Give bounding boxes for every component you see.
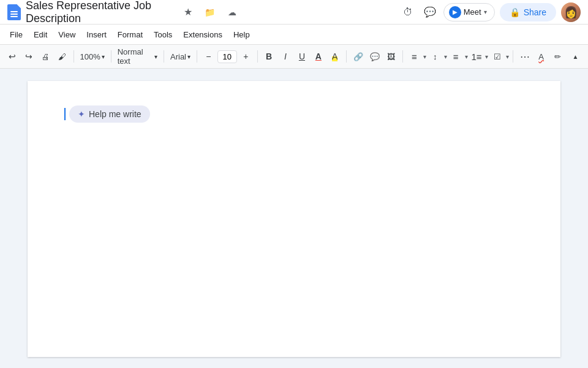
menu-format[interactable]: Format bbox=[113, 28, 148, 42]
menu-edit[interactable]: Edit bbox=[29, 28, 52, 42]
zoom-selector[interactable]: 100% ▾ bbox=[78, 48, 107, 65]
align-dropdown-icon: ▾ bbox=[423, 53, 426, 60]
pen-button[interactable]: ✏ bbox=[550, 48, 565, 65]
meet-dropdown-icon: ▾ bbox=[484, 9, 487, 15]
font-size-minus-button[interactable]: − bbox=[201, 48, 216, 65]
font-label: Arial bbox=[170, 52, 186, 61]
print-button[interactable]: 🖨 bbox=[38, 48, 53, 65]
font-size-plus-button[interactable]: + bbox=[238, 48, 254, 65]
align-button[interactable]: ≡ bbox=[407, 48, 422, 65]
highlight-button[interactable]: A bbox=[327, 48, 342, 65]
font-dropdown-icon: ▾ bbox=[187, 53, 190, 60]
lock-icon: 🔒 bbox=[510, 7, 520, 17]
cursor-line: ✦ Help me write bbox=[64, 105, 524, 123]
font-color-button[interactable]: A bbox=[311, 48, 326, 65]
cloud-save-button[interactable]: ☁ bbox=[224, 4, 241, 21]
italic-button[interactable]: I bbox=[278, 48, 293, 65]
toolbar-divider-4 bbox=[197, 50, 197, 63]
line-spacing-button[interactable]: ↕ bbox=[428, 48, 443, 65]
menu-tools[interactable]: Tools bbox=[149, 28, 177, 42]
menu-insert[interactable]: Insert bbox=[81, 28, 111, 42]
bullet-list-button[interactable]: ≡ bbox=[448, 48, 464, 65]
bullet-list-dropdown-icon: ▾ bbox=[465, 53, 468, 60]
menu-help[interactable]: Help bbox=[228, 28, 255, 42]
move-to-folder-button[interactable]: 📁 bbox=[202, 4, 219, 21]
font-color-label: A bbox=[315, 52, 322, 61]
doc-icon bbox=[7, 4, 21, 20]
title-bar: Sales Representative Job Description ★ 📁… bbox=[0, 0, 588, 25]
checklist-button[interactable]: ☑ bbox=[489, 48, 505, 65]
paragraph-dropdown-icon: ▾ bbox=[154, 53, 157, 60]
line-spacing-dropdown-icon: ▾ bbox=[444, 53, 447, 60]
doc-area: ✦ Help me write bbox=[0, 69, 588, 368]
menu-file[interactable]: File bbox=[5, 28, 28, 42]
chat-button[interactable]: 💬 bbox=[421, 4, 439, 21]
font-selector[interactable]: Arial ▾ bbox=[168, 48, 193, 65]
doc-page[interactable]: ✦ Help me write bbox=[28, 81, 560, 357]
link-button[interactable]: 🔗 bbox=[350, 48, 366, 65]
redo-button[interactable]: ↪ bbox=[21, 48, 37, 65]
spell-check-button[interactable]: A bbox=[533, 48, 549, 65]
help-me-write-button[interactable]: ✦ Help me write bbox=[69, 105, 150, 123]
zoom-level: 100% bbox=[80, 52, 100, 61]
collapse-toolbar-button[interactable]: ▲ bbox=[568, 48, 583, 65]
meet-label: Meet bbox=[464, 7, 481, 17]
numbered-list-button[interactable]: 1≡ bbox=[469, 48, 484, 65]
toolbar-divider-5 bbox=[257, 50, 258, 63]
share-button[interactable]: 🔒 Share bbox=[500, 3, 556, 21]
bold-button[interactable]: B bbox=[262, 48, 277, 65]
zoom-dropdown-icon: ▾ bbox=[102, 53, 105, 60]
toolbar-divider-7 bbox=[402, 50, 403, 63]
menu-bar: File Edit View Insert Format Tools Exten… bbox=[0, 25, 588, 44]
pen-sparkle-icon: ✦ bbox=[78, 109, 85, 119]
image-button[interactable]: 🖼 bbox=[383, 48, 399, 65]
avatar[interactable]: 👩 bbox=[561, 2, 581, 22]
menu-view[interactable]: View bbox=[53, 28, 80, 42]
underline-button[interactable]: U bbox=[294, 48, 309, 65]
help-me-write-label: Help me write bbox=[89, 109, 141, 119]
history-button[interactable]: ⏱ bbox=[399, 4, 417, 21]
meet-button[interactable]: ▶ Meet ▾ bbox=[443, 3, 495, 21]
toolbar-divider-2 bbox=[111, 50, 111, 63]
highlight-label: A bbox=[332, 52, 337, 61]
meet-icon: ▶ bbox=[449, 6, 461, 18]
share-label: Share bbox=[524, 7, 546, 17]
doc-title: Sales Representative Job Description bbox=[26, 0, 175, 25]
star-button[interactable]: ★ bbox=[179, 4, 197, 21]
toolbar-divider-1 bbox=[74, 50, 74, 63]
font-size-input[interactable] bbox=[217, 50, 237, 63]
text-cursor bbox=[64, 108, 66, 120]
undo-button[interactable]: ↩ bbox=[5, 48, 20, 65]
checklist-dropdown-icon: ▾ bbox=[506, 53, 509, 60]
toolbar-divider-6 bbox=[346, 50, 347, 63]
paragraph-style-label: Normal text bbox=[118, 47, 153, 66]
numbered-list-dropdown-icon: ▾ bbox=[485, 53, 488, 60]
paragraph-style-selector[interactable]: Normal text ▾ bbox=[115, 48, 160, 65]
toolbar: ↩ ↪ 🖨 🖌 100% ▾ Normal text ▾ Arial ▾ − +… bbox=[0, 44, 588, 69]
menu-extensions[interactable]: Extensions bbox=[178, 28, 227, 42]
toolbar-divider-3 bbox=[164, 50, 164, 63]
format-paint-button[interactable]: 🖌 bbox=[55, 48, 70, 65]
toolbar-divider-8 bbox=[513, 50, 513, 63]
more-options-button[interactable]: ⋯ bbox=[517, 48, 532, 65]
comment-button[interactable]: 💬 bbox=[367, 48, 382, 65]
